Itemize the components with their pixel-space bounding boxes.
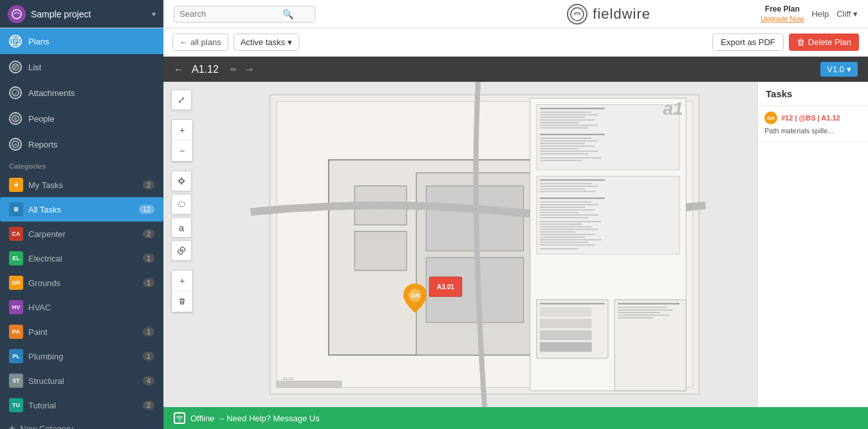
delete-pin-button[interactable] [172,291,192,312]
svg-rect-44 [540,148,579,149]
sidebar-item-my-tasks[interactable]: ★ My Tasks 2 [0,173,163,197]
svg-rect-34 [540,117,586,119]
task-description: Path materials spille... [764,126,862,136]
svg-rect-40 [540,138,592,139]
svg-rect-60 [540,212,579,213]
people-icon [9,112,22,125]
grounds-badge: 1 [143,278,154,287]
plan-prev-button[interactable]: ← [174,64,184,75]
svg-point-0 [12,10,21,19]
sidebar-item-attachments[interactable]: Attachments [0,80,163,106]
svg-rect-45 [540,151,598,152]
svg-rect-59 [540,209,595,211]
link-button[interactable] [171,240,192,261]
offline-message: – Need Help? Message Us [219,414,319,423]
delete-plan-button[interactable]: 🗑 Delete Plan [789,33,859,51]
topbar: Sample project ▾ 🔍 fieldwire Free Plan U… [0,0,868,28]
upgrade-link[interactable]: Upgrade Now [761,14,804,23]
list-icon [9,61,22,73]
canvas-area[interactable]: ⤢ + − a [163,82,757,407]
sidebar-item-structural[interactable]: ST Structural 4 [0,368,163,393]
tutorial-badge: 2 [143,401,154,410]
fieldwire-brand-text: fieldwire [593,6,651,23]
project-chevron-icon[interactable]: ▾ [152,10,156,19]
plan-version-button[interactable]: V1.0 ▾ [820,62,858,77]
free-plan-info: Free Plan Upgrade Now [761,5,804,24]
back-to-plans-button[interactable]: ← all plans [172,33,228,51]
sidebar-item-grounds[interactable]: GR Grounds 1 [0,271,163,295]
task-avatar-gr: GR [764,111,777,124]
electrical-icon: EL [9,251,23,265]
search-wrap[interactable]: 🔍 [174,6,315,23]
grounds-icon: GR [9,276,23,290]
plan-title: A1.12 [192,64,219,75]
fullscreen-button[interactable]: ⤢ [171,90,192,110]
help-link[interactable]: Help [811,9,829,19]
all-tasks-label: All Tasks [28,205,134,214]
svg-rect-67 [540,231,576,233]
my-tasks-icon: ★ [9,178,23,192]
svg-rect-62 [540,217,589,218]
add-pin-button[interactable]: + [172,271,192,291]
zoom-in-button[interactable]: + [172,120,192,140]
sidebar-item-carpenter[interactable]: CA Carpenter 2 [0,222,163,246]
all-tasks-icon: ⊞ [9,202,23,216]
svg-rect-52 [540,186,598,187]
text-tool-button[interactable]: a [171,217,192,238]
svg-rect-54 [540,191,595,193]
fieldwire-logo: fieldwire [467,4,750,24]
project-icon [8,5,26,23]
task-item-12[interactable]: GR #12 | @BS | A1.12 Path materials spil… [758,106,868,142]
sidebar-item-plumbing[interactable]: PL Plumbing 1 [0,344,163,368]
sidebar-item-paint[interactable]: PA Paint 1 [0,319,163,344]
user-menu[interactable]: Cliff ▾ [836,9,858,19]
svg-rect-65 [540,226,592,227]
sidebar-item-tutorial[interactable]: TU Tutorial 2 [0,393,163,417]
sidebar-item-plans[interactable]: Plans [0,28,163,54]
active-tasks-button[interactable]: Active tasks ▾ [234,33,299,51]
sidebar-item-hvac[interactable]: HV HVAC [0,295,163,319]
back-label: all plans [190,37,221,47]
sidebar-item-list[interactable]: List [0,54,163,80]
delete-label: Delete Plan [808,37,851,47]
export-label: Export as PDF [721,37,775,47]
add-category-button[interactable]: + New Category [0,417,163,429]
my-tasks-badge: 2 [143,180,154,189]
project-header: Sample project ▾ [0,0,163,28]
sidebar-item-people[interactable]: People [0,106,163,131]
paint-label: Paint [28,327,138,337]
plan-drawing: GR A3.01 a1 A1.12 [199,82,757,407]
fieldwire-logo-icon [567,4,587,24]
offline-bar: Offline – Need Help? Message Us [163,407,868,429]
svg-rect-50 [540,180,605,181]
lasso-button[interactable] [171,194,192,214]
sidebar-item-electrical[interactable]: EL Electrical 1 [0,246,163,271]
svg-rect-83 [618,310,673,311]
task-marker-a301[interactable]: A3.01 [429,277,462,296]
tutorial-icon: TU [9,398,23,412]
list-label: List [28,62,154,72]
active-tasks-label: Active tasks [241,37,285,47]
svg-rect-75 [540,303,605,304]
svg-point-6 [15,117,17,119]
svg-rect-31 [540,108,605,109]
plan-body: ⤢ + − a [163,82,868,407]
plan-edit-icon[interactable]: ✏ [230,65,237,74]
svg-rect-86 [618,318,654,319]
svg-text:A1.12: A1.12 [283,377,293,381]
svg-rect-84 [618,312,660,314]
plan-next-button[interactable]: → [245,64,255,75]
search-input[interactable] [180,9,282,19]
grounds-label: Grounds [28,278,138,288]
svg-rect-56 [540,202,592,203]
location-button[interactable] [171,171,192,191]
reports-label: Reports [28,140,154,149]
sidebar-item-all-tasks[interactable]: ⊞ All Tasks 12 [0,197,163,222]
topbar-right: Free Plan Upgrade Now Help Cliff ▾ [750,5,868,24]
export-pdf-button[interactable]: Export as PDF [712,33,784,51]
zoom-out-button[interactable]: − [172,140,192,161]
content-area: ← all plans Active tasks ▾ Export as PDF… [163,28,868,429]
hvac-icon: HV [9,300,23,314]
hvac-label: HVAC [28,303,154,312]
sidebar-item-reports[interactable]: Reports [0,131,163,157]
